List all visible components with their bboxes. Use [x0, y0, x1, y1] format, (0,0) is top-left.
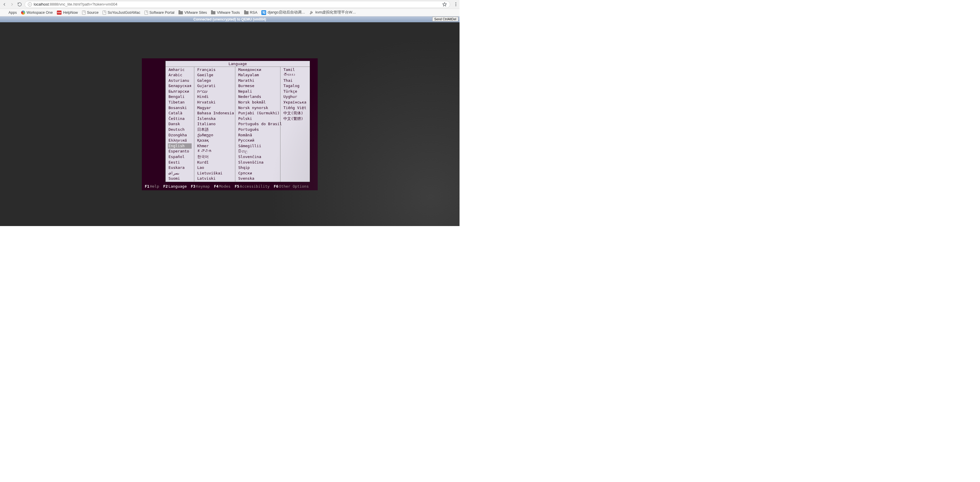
language-option[interactable]: Nepali	[238, 89, 278, 94]
language-option[interactable]: Sámegillii	[238, 144, 278, 149]
language-option[interactable]: Marathi	[238, 78, 278, 83]
language-option[interactable]: Slovenčina	[238, 154, 278, 160]
bookmark-item[interactable]: Source	[82, 11, 99, 15]
language-option[interactable]: Hrvatski	[197, 100, 233, 105]
language-option[interactable]: Türkçe	[283, 89, 307, 94]
fkey-f1[interactable]: F1 Help	[145, 184, 159, 188]
language-option[interactable]: 日本語	[197, 127, 233, 132]
language-option[interactable]: Euskara	[168, 165, 192, 171]
fkey-f4[interactable]: F4 Modes	[214, 184, 231, 188]
language-option[interactable]: Bengali	[168, 94, 192, 100]
language-option[interactable]: Русский	[238, 138, 278, 144]
language-option[interactable]: Khmer	[197, 144, 233, 149]
language-option[interactable]: Беларуская	[168, 83, 192, 89]
language-option[interactable]: Kurdî	[197, 160, 233, 165]
address-bar[interactable]: i localhost:8888/vnc_lite.html?path=?tok…	[25, 1, 450, 8]
language-option[interactable]: Deutsch	[168, 127, 192, 132]
fkey-key: F1	[145, 184, 150, 188]
language-option[interactable]: 한국어	[197, 154, 233, 160]
language-option[interactable]: Қазақ	[197, 138, 233, 144]
language-option[interactable]: עברית	[197, 89, 233, 94]
language-option[interactable]: Tamil	[283, 67, 307, 73]
language-option[interactable]: ქართული	[197, 132, 233, 138]
language-option[interactable]: Galego	[197, 78, 233, 83]
language-option[interactable]: Français	[197, 67, 233, 73]
language-option[interactable]: Italiano	[197, 121, 233, 127]
bookmark-item[interactable]: nowHelpNow	[57, 11, 78, 15]
fkey-f5[interactable]: F5 Accessibility	[235, 184, 270, 188]
forward-button[interactable]	[10, 2, 15, 7]
bookmark-item[interactable]: SoYouJustGotAMac	[103, 11, 140, 15]
language-option[interactable]: Български	[168, 89, 192, 94]
language-option[interactable]: Tibetan	[168, 100, 192, 105]
language-option[interactable]: Čeština	[168, 116, 192, 122]
language-option[interactable]: Shqip	[238, 165, 278, 171]
language-option[interactable]: Bosanski	[168, 105, 192, 111]
fkey-f6[interactable]: F6 Other Options	[274, 184, 309, 188]
language-option[interactable]: Magyar	[197, 105, 233, 111]
language-option[interactable]: Slovenščina	[238, 160, 278, 165]
language-option[interactable]: Punjabi (Gurmukhi)	[238, 110, 278, 116]
reload-button[interactable]	[17, 2, 22, 7]
language-option[interactable]: Dzongkha	[168, 132, 192, 138]
browser-menu-button[interactable]	[453, 2, 458, 6]
language-option[interactable]: Malayalam	[238, 72, 278, 78]
bookmark-item[interactable]: VMware Tools	[211, 11, 240, 15]
send-ctrlaltdel-button[interactable]: Send CtrlAltDel	[432, 17, 458, 21]
language-option[interactable]: Hindi	[197, 94, 233, 100]
language-option[interactable]: Uyghur	[283, 94, 307, 100]
language-option[interactable]: ಕನ್ನಡ	[197, 148, 233, 154]
back-button[interactable]	[2, 2, 7, 7]
language-option[interactable]: Português do Brasil	[238, 121, 278, 127]
language-option[interactable]: Esperanto	[168, 148, 192, 154]
fkey-f3[interactable]: F3 Keymap	[191, 184, 210, 188]
language-option[interactable]: Lao	[197, 165, 233, 171]
language-option[interactable]: Português	[238, 127, 278, 132]
language-option[interactable]: Gaeilge	[197, 72, 233, 78]
bookmark-item[interactable]: kvm虚拟化管理平台W…	[309, 10, 356, 15]
language-option[interactable]: Dansk	[168, 121, 192, 127]
language-option[interactable]: Tiếng Việt	[283, 105, 307, 111]
language-option[interactable]: Ελληνικά	[168, 138, 192, 144]
language-option[interactable]: Amharic	[168, 67, 192, 73]
language-option[interactable]: Íslenska	[197, 116, 233, 122]
language-option[interactable]: Српски	[238, 171, 278, 176]
site-info-icon[interactable]: i	[28, 2, 32, 6]
language-option[interactable]: ىسراف	[168, 171, 192, 176]
bookmark-item[interactable]: Software Portal	[145, 11, 174, 15]
bookmark-item[interactable]: 知django启动后自动调…	[261, 10, 305, 15]
bookmark-item[interactable]: Apps	[2, 10, 17, 15]
language-option[interactable]: Română	[238, 132, 278, 138]
bookmark-item[interactable]: Workspace One	[21, 11, 53, 15]
language-option[interactable]: Svenska	[238, 176, 278, 182]
language-option[interactable]: සිංහල	[238, 148, 278, 154]
bookmark-item[interactable]: VMware Sites	[178, 11, 207, 15]
language-option[interactable]: Norsk nynorsk	[238, 105, 278, 111]
language-option[interactable]: Українська	[283, 100, 307, 105]
language-option[interactable]: Arabic	[168, 72, 192, 78]
bookmark-star-icon[interactable]	[442, 2, 447, 7]
language-option[interactable]: Asturianu	[168, 78, 192, 83]
language-option[interactable]: Español	[168, 154, 192, 160]
language-option[interactable]: Македонски	[238, 67, 278, 73]
fkey-f2[interactable]: F2 Language	[163, 184, 187, 188]
language-option[interactable]: Latviski	[197, 176, 233, 182]
language-option[interactable]: Lietuviškai	[197, 171, 233, 176]
language-option[interactable]: English	[168, 144, 192, 149]
language-option[interactable]: Eesti	[168, 160, 192, 165]
language-option[interactable]: Nederlands	[238, 94, 278, 100]
language-option[interactable]: 中文(繁體)	[283, 116, 307, 122]
vnc-display[interactable]: Language AmharicArabicAsturianuБеларуска…	[0, 22, 460, 226]
language-option[interactable]: Suomi	[168, 176, 192, 182]
language-option[interactable]: Tagalog	[283, 83, 307, 89]
language-option[interactable]: Thai	[283, 78, 307, 83]
language-option[interactable]: Norsk bokmål	[238, 100, 278, 105]
language-option[interactable]: Català	[168, 110, 192, 116]
bookmark-item[interactable]: RSA	[244, 11, 258, 15]
language-option[interactable]: Polski	[238, 116, 278, 122]
language-option[interactable]: Burmese	[238, 83, 278, 89]
language-option[interactable]: Bahasa Indonesia	[197, 110, 233, 116]
language-option[interactable]: 中文(简体)	[283, 110, 307, 116]
language-option[interactable]: Gujarati	[197, 83, 233, 89]
language-option[interactable]: తెలుగు	[283, 72, 307, 78]
